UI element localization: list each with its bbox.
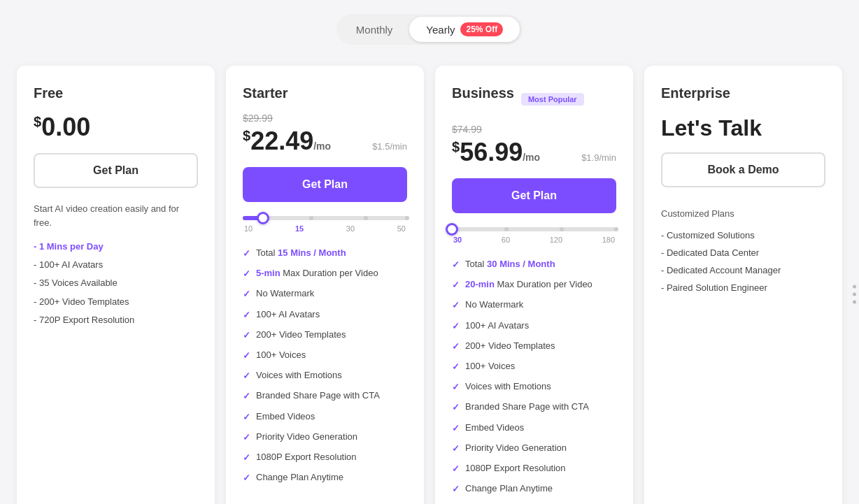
starter-label-15: 15: [295, 224, 304, 233]
business-feature-5: ✓ 100+ Voices: [452, 360, 616, 373]
starter-label-10: 10: [244, 224, 253, 233]
check-icon: ✓: [452, 320, 460, 333]
business-feature-8: ✓ Embed Videos: [452, 422, 616, 435]
starter-feature-4: ✓ 200+ Video Templates: [243, 329, 407, 342]
yearly-label: Yearly: [426, 24, 455, 36]
business-label-60: 60: [502, 236, 510, 244]
check-icon: ✓: [452, 340, 460, 353]
business-slider-thumb: [446, 223, 458, 236]
starter-slider[interactable]: 10 15 30 50: [243, 216, 407, 233]
most-popular-badge: Most Popular: [521, 93, 584, 106]
free-description: Start AI video creation easily and for f…: [34, 202, 198, 229]
enterprise-feature-2: - Dedicated Account Manager: [661, 265, 825, 275]
business-original-price: $74.99: [452, 124, 616, 135]
free-feature-list: - 1 Mins per Day - 100+ AI Avatars - 35 …: [34, 240, 198, 326]
check-icon: ✓: [243, 247, 250, 260]
business-price: $56.99/mo: [452, 138, 540, 167]
free-feature-0: - 1 Mins per Day: [34, 240, 198, 253]
starter-get-plan-button[interactable]: Get Plan: [243, 167, 407, 202]
business-label-120: 120: [550, 236, 562, 244]
business-label-180: 180: [602, 236, 615, 244]
enterprise-feature-3: - Paired Solution Engineer: [661, 282, 825, 293]
starter-feature-list: ✓ Total 15 Mins / Month ✓ 5-min Max Dura…: [243, 247, 407, 484]
business-feature-2: ✓ No Watermark: [452, 298, 616, 312]
check-icon: ✓: [452, 422, 460, 435]
starter-price: $22.49/mo: [243, 127, 331, 156]
starter-slider-labels: 10 15 30 50: [243, 224, 407, 233]
check-icon: ✓: [452, 381, 460, 394]
billing-toggle[interactable]: Monthly Yearly 25% Off: [336, 14, 523, 45]
check-icon: ✓: [243, 370, 250, 382]
monthly-option[interactable]: Monthly: [339, 18, 410, 41]
check-icon: ✓: [243, 288, 250, 301]
business-feature-3: ✓ 100+ AI Avatars: [452, 319, 616, 333]
business-slider-track: [452, 227, 616, 231]
starter-feature-11: ✓ Change Plan Anytime: [243, 471, 407, 484]
enterprise-features-section: Customized Plans - Customized Solutions …: [661, 208, 825, 293]
business-feature-0: ✓ Total 30 Mins / Month: [452, 258, 616, 271]
starter-feature-8: ✓ Embed Videos: [243, 410, 407, 424]
enterprise-feature-1: - Dedicated Data Center: [661, 247, 825, 258]
check-icon: ✓: [243, 452, 250, 464]
free-feature-1: - 100+ AI Avatars: [34, 259, 198, 271]
business-slider-labels: 30 60 120 180: [452, 236, 616, 244]
dot-2: [853, 292, 856, 296]
business-plan-title: Business: [452, 85, 514, 101]
check-icon: ✓: [243, 390, 250, 403]
enterprise-book-demo-button[interactable]: Book a Demo: [661, 152, 825, 187]
starter-feature-5: ✓ 100+ Voices: [243, 349, 407, 362]
yearly-option[interactable]: Yearly 25% Off: [409, 17, 520, 42]
business-feature-7: ✓ Branded Share Page with CTA: [452, 401, 616, 414]
customized-plans-label: Customized Plans: [661, 208, 825, 219]
starter-feature-0: ✓ Total 15 Mins / Month: [243, 247, 407, 260]
check-icon: ✓: [452, 483, 460, 496]
business-label-30: 30: [453, 236, 462, 244]
business-feature-4: ✓ 200+ Video Templates: [452, 340, 616, 353]
free-feature-3: - 200+ Video Templates: [34, 296, 198, 308]
enterprise-plan-card: Enterprise Let's Talk Book a Demo Custom…: [644, 66, 842, 504]
check-icon: ✓: [243, 350, 250, 362]
business-feature-6: ✓ Voices with Emotions: [452, 380, 616, 394]
business-feature-11: ✓ Change Plan Anytime: [452, 482, 616, 496]
free-price: $0.00: [34, 113, 90, 142]
dot-1: [853, 285, 856, 288]
check-icon: ✓: [452, 463, 460, 475]
starter-feature-10: ✓ 1080P Export Resolution: [243, 451, 407, 464]
business-slider[interactable]: 30 60 120 180: [452, 227, 616, 244]
starter-feature-6: ✓ Voices with Emotions: [243, 369, 407, 382]
starter-slider-thumb: [257, 212, 269, 224]
business-price-row: $56.99/mo $1.9/min: [452, 138, 616, 167]
check-icon: ✓: [243, 329, 250, 342]
starter-feature-7: ✓ Branded Share Page with CTA: [243, 389, 407, 403]
free-plan-card: Free $0.00 Get Plan Start AI video creat…: [17, 66, 215, 504]
starter-feature-2: ✓ No Watermark: [243, 287, 407, 301]
business-feature-1: ✓ 20-min Max Duration per Video: [452, 278, 616, 291]
starter-plan-card: Starter $29.99 $22.49/mo $1.5/min Get Pl…: [226, 66, 424, 504]
check-icon: ✓: [452, 401, 460, 414]
starter-price-row: $22.49/mo $1.5/min: [243, 127, 407, 156]
check-icon: ✓: [452, 442, 460, 455]
free-feature-2: - 35 Voices Available: [34, 277, 198, 289]
check-icon: ✓: [452, 361, 460, 373]
starter-per-min: $1.5/min: [372, 141, 407, 152]
check-icon: ✓: [243, 431, 250, 444]
enterprise-price-display: Let's Talk: [661, 115, 825, 141]
starter-label-50: 50: [397, 224, 406, 233]
check-icon: ✓: [452, 299, 460, 312]
check-icon: ✓: [452, 279, 460, 291]
business-per-min: $1.9/min: [581, 152, 616, 163]
starter-feature-1: ✓ 5-min Max Duration per Video: [243, 267, 407, 280]
business-feature-10: ✓ 1080P Export Resolution: [452, 462, 616, 475]
free-get-plan-button[interactable]: Get Plan: [34, 153, 198, 188]
starter-plan-title: Starter: [243, 85, 407, 101]
business-get-plan-button[interactable]: Get Plan: [452, 178, 616, 213]
starter-slider-track: [243, 216, 407, 220]
free-price-row: $0.00: [34, 113, 198, 142]
free-plan-title: Free: [34, 85, 198, 101]
pricing-cards: Free $0.00 Get Plan Start AI video creat…: [17, 66, 842, 504]
enterprise-feature-0: - Customized Solutions: [661, 230, 825, 240]
dots-menu[interactable]: [853, 285, 856, 303]
check-icon: ✓: [243, 411, 250, 424]
starter-original-price: $29.99: [243, 113, 407, 124]
check-icon: ✓: [243, 268, 250, 280]
